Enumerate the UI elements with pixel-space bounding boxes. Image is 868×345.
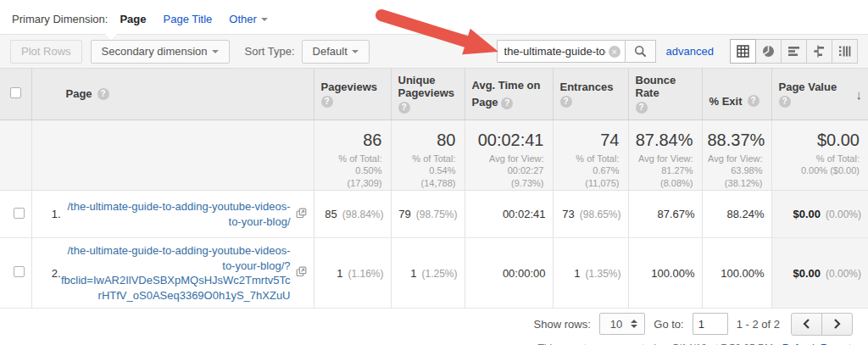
search-area: × <box>497 40 656 63</box>
next-page-button[interactable] <box>821 313 853 336</box>
page-cell: 2. /the-ultimate-guide-to-adding-youtube… <box>31 238 314 309</box>
table-header-row: Page? Pageviews? Unique Pageviews? Avg. … <box>0 69 868 120</box>
summary-subtext: Avg for View: 00:02:27 (9.73%) <box>470 153 544 191</box>
summary-subtext: % of Total: 0.67% (11,075) <box>559 153 620 191</box>
avg-time-cell: 00:02:41 <box>465 191 553 238</box>
page-link[interactable]: /the-ultimate-guide-to-adding-youtube-vi… <box>61 199 291 229</box>
row-checkbox-cell <box>0 238 31 309</box>
help-icon[interactable]: ? <box>779 96 791 108</box>
sort-descending-icon[interactable]: ↓ <box>856 87 863 102</box>
sort-type-label: Sort Type: <box>245 45 295 58</box>
help-icon[interactable]: ? <box>398 102 410 114</box>
bounce-rate-cell: 100.00% <box>628 238 702 309</box>
advanced-search-link[interactable]: advanced <box>666 45 714 58</box>
column-header-bounce-rate[interactable]: Bounce Rate? <box>628 69 702 120</box>
goto-page-input[interactable] <box>693 313 728 335</box>
secondary-dimension-dropdown[interactable]: Secondary dimension <box>91 40 230 64</box>
row-checkbox[interactable] <box>14 266 25 277</box>
metric-percent: (1.35%) <box>585 268 620 280</box>
help-icon[interactable]: ? <box>748 95 760 107</box>
entrances-cell: 1(1.35%) <box>553 238 628 309</box>
previous-page-button[interactable] <box>791 313 822 336</box>
search-button[interactable] <box>626 40 656 63</box>
row-checkbox[interactable] <box>14 208 25 219</box>
pagination-buttons <box>792 313 853 336</box>
summary-pageviews: 86 % of Total: 0.50% (17,309) <box>314 120 391 191</box>
pct-exit-cell: 100.00% <box>702 238 771 309</box>
metric-percent: (0.00%) <box>826 268 861 280</box>
select-all-checkbox[interactable] <box>10 87 21 98</box>
column-header-pct-exit[interactable]: % Exit? <box>702 69 771 120</box>
column-label: Entrances <box>560 81 614 93</box>
pageviews-cell: 85(98.84%) <box>314 191 391 238</box>
percentage-view-icon[interactable] <box>755 39 782 64</box>
sort-type-dropdown[interactable]: Default <box>302 40 370 64</box>
page-cell: 1. /the-ultimate-guide-to-adding-youtube… <box>31 191 314 238</box>
dimension-page-selected[interactable]: Page <box>120 13 146 25</box>
summary-subtext: % of Total: 0.54% (14,788) <box>397 153 456 191</box>
column-label: Pageviews <box>321 81 378 93</box>
clear-search-icon[interactable]: × <box>609 46 620 58</box>
help-icon[interactable]: ? <box>321 96 333 108</box>
help-icon[interactable]: ? <box>636 102 648 114</box>
metric-value: 88.24% <box>726 208 764 220</box>
chevron-down-icon <box>261 18 268 21</box>
goto-label: Go to: <box>654 318 683 331</box>
open-page-icon[interactable] <box>296 266 307 280</box>
pct-exit-cell: 88.24% <box>702 191 771 238</box>
summary-page-value: $0.00 % of Total: 0.00% ($0.00) <box>771 120 868 191</box>
summary-value: 87.84% <box>634 131 693 150</box>
help-icon[interactable]: ? <box>501 97 513 109</box>
metric-value: 1 <box>337 267 342 280</box>
summary-subtext: Avg for View: 81.27% (8.08%) <box>634 153 693 191</box>
metric-value: 1 <box>574 267 580 280</box>
show-rows-select[interactable]: 10 <box>599 313 645 335</box>
avg-time-cell: 00:00:00 <box>465 238 553 309</box>
metric-percent: (98.65%) <box>580 209 621 220</box>
summary-entrances: 74 % of Total: 0.67% (11,075) <box>553 120 628 191</box>
summary-value: $0.00 <box>777 131 860 150</box>
column-header-pageviews[interactable]: Pageviews? <box>314 69 391 120</box>
metric-value: 00:00:00 <box>503 267 546 280</box>
dimension-other-label[interactable]: Other <box>229 13 257 25</box>
performance-view-icon[interactable] <box>781 39 807 64</box>
summary-value: 86 <box>320 131 382 150</box>
comparison-view-icon[interactable] <box>806 39 832 64</box>
page-value-cell: $0.00(0.00%) <box>771 238 868 309</box>
pageviews-cell: 1(1.16%) <box>314 238 391 309</box>
help-icon[interactable]: ? <box>560 96 572 108</box>
column-label: % Exit <box>709 95 743 108</box>
column-label: Page <box>66 87 92 100</box>
search-input[interactable] <box>497 40 626 63</box>
column-header-avg-time[interactable]: Avg. Time on Page ? <box>465 69 553 120</box>
column-header-page[interactable]: Page? <box>31 69 314 120</box>
dimension-page-title-link[interactable]: Page Title <box>164 13 213 25</box>
summary-row: 86 % of Total: 0.50% (17,309) 80 % of To… <box>0 120 868 191</box>
chevron-down-icon <box>212 50 219 53</box>
summary-page-cell <box>31 120 314 191</box>
chevron-right-icon <box>833 319 841 329</box>
analytics-report-page: Primary Dimension: Page Page Title Other… <box>0 0 868 345</box>
row-index: 2. <box>39 267 61 280</box>
summary-bounce-rate: 87.84% Avg for View: 81.27% (8.08%) <box>628 120 702 191</box>
pivot-view-icon[interactable] <box>832 39 858 64</box>
report-generated-line: This report was generated on 5/14/19 at … <box>0 339 868 345</box>
row-checkbox-cell <box>0 191 31 238</box>
column-header-unique-pageviews[interactable]: Unique Pageviews? <box>391 69 465 120</box>
column-header-entrances[interactable]: Entrances? <box>553 69 628 120</box>
plot-rows-button[interactable]: Plot Rows <box>10 40 82 64</box>
spinner-arrows-icon <box>631 320 637 328</box>
page-link[interactable]: /the-ultimate-guide-to-adding-youtube-vi… <box>61 243 291 303</box>
open-page-icon[interactable] <box>296 208 307 221</box>
column-header-page-value[interactable]: Page Value? ↓ <box>771 69 868 120</box>
show-rows-label: Show rows: <box>534 318 591 331</box>
summary-pct-exit: 88.37% Avg for View: 63.98% (38.12%) <box>702 120 771 191</box>
summary-empty-cell <box>0 120 31 191</box>
summary-value: 74 <box>559 131 620 150</box>
help-icon[interactable]: ? <box>97 88 109 100</box>
metric-percent: (0.00%) <box>826 209 861 220</box>
dimension-other-link[interactable]: Other <box>229 13 268 25</box>
show-rows-value: 10 <box>610 318 622 331</box>
pages-report-table: Page? Pageviews? Unique Pageviews? Avg. … <box>0 69 868 309</box>
data-table-view-icon[interactable] <box>730 39 756 64</box>
